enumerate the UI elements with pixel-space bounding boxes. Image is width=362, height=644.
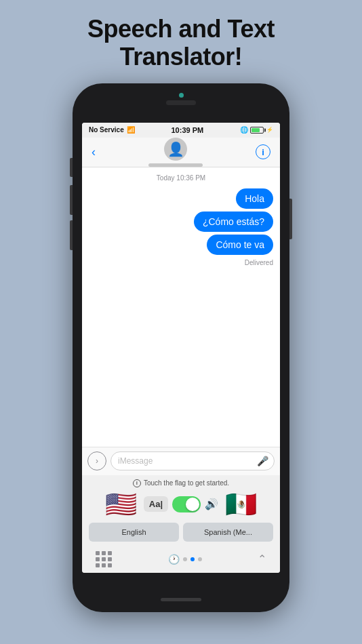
battery-tip [264,128,266,132]
volume-up-button [70,185,73,215]
power-button [289,199,292,239]
speaker-icon[interactable]: 🔊 [205,498,218,510]
page-title: Speech and Text Translator! [87,15,275,71]
battery-fill [252,128,260,132]
toggle-knob [186,498,199,511]
touch-hint: i Touch the flag to get started. [89,479,273,487]
bolt-icon: ⚡ [266,127,273,133]
phone-mockup: No Service 📶 10:39 PM 🌐 ⚡ ‹ 👤 i [73,83,289,612]
imessage-input-field[interactable]: iMessage 🎤 [110,451,275,470]
chat-area: Today 10:36 PM Hola ¿Cómo estás? Cómo te… [82,167,280,447]
chat-timestamp: Today 10:36 PM [89,174,273,182]
back-button[interactable]: ‹ [92,145,96,159]
chat-messages: Hola ¿Cómo estás? Cómo te va Delivered [89,188,273,447]
toggle-switch[interactable] [172,496,201,512]
clock-icon[interactable]: 🕐 [168,554,180,565]
expand-button[interactable]: › [87,451,106,470]
lang-button-right[interactable]: Spanish (Me... [183,523,273,542]
control-buttons: Aa| 🔊 [144,496,218,512]
language-buttons: English Spanish (Me... [89,523,273,542]
imessage-input-bar: › iMessage 🎤 [82,447,280,475]
chevron-up-icon[interactable]: ⌃ [258,552,266,565]
volume-down-button [70,220,73,250]
contact-name-bar [148,163,203,167]
info-button[interactable]: i [256,144,270,159]
speaker-slot [166,100,196,105]
home-indicator [161,598,201,601]
mute-button [70,158,73,177]
status-left: No Service 📶 [89,126,135,134]
contact-avatar[interactable]: 👤 [148,138,203,167]
page-dot-3[interactable] [198,557,202,561]
status-time: 10:39 PM [172,126,204,134]
hint-text: Touch the flag to get started. [144,479,229,487]
phone-top-notch [166,93,196,105]
flag-right[interactable]: 🇲🇽 [225,491,257,517]
text-mode-button[interactable]: Aa| [144,496,168,512]
page-dot-1[interactable] [183,557,187,561]
flag-left[interactable]: 🇺🇸 [105,491,137,517]
status-right: 🌐 ⚡ [240,126,273,134]
phone-bottom-bar: 🕐 ⌃ [82,546,280,573]
status-bar: No Service 📶 10:39 PM 🌐 ⚡ [82,123,280,138]
carrier-label: No Service [89,126,124,134]
lang-button-left[interactable]: English [89,523,179,542]
translator-bar: i Touch the flag to get started. 🇺🇸 Aa| … [82,475,280,546]
mic-icon[interactable]: 🎤 [257,456,268,466]
imessage-nav-bar: ‹ 👤 i [82,138,280,167]
avatar-image: 👤 [164,138,187,161]
delivered-status: Delivered [245,259,273,266]
globe-icon: 🌐 [240,126,248,134]
battery-icon [250,127,264,134]
hint-info-icon: i [133,479,141,487]
imessage-placeholder: iMessage [118,456,153,466]
message-bubble-3: Cómo te va [207,235,273,255]
page-dot-2[interactable] [190,557,195,561]
translator-controls: 🇺🇸 Aa| 🔊 🇲🇽 [89,491,273,517]
expand-icon: › [96,456,98,466]
phone-screen: No Service 📶 10:39 PM 🌐 ⚡ ‹ 👤 i [82,123,280,573]
camera-dot [179,93,184,98]
message-bubble-2: ¿Cómo estás? [194,212,273,232]
grid-icon[interactable] [96,551,112,567]
message-bubble-1: Hola [236,188,273,209]
wifi-icon: 📶 [127,126,135,134]
page-dots: 🕐 [168,554,202,565]
